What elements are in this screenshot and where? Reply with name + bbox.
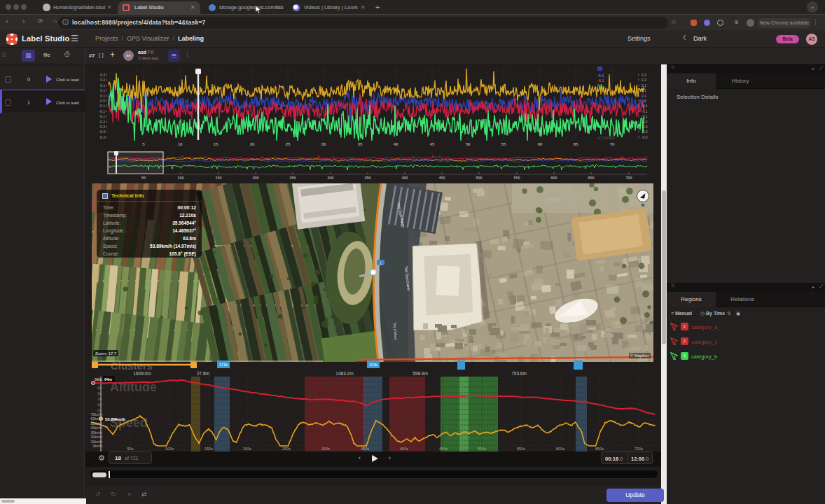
svg-text:-0.3: -0.3 bbox=[642, 125, 648, 129]
svg-text:35: 35 bbox=[358, 142, 363, 146]
svg-text:100: 100 bbox=[177, 176, 183, 180]
svg-text:0.1: 0.1 bbox=[100, 88, 105, 92]
svg-text:1: 1 bbox=[380, 261, 382, 265]
svg-text:0.1: 0.1 bbox=[642, 83, 646, 88]
svg-text:60: 60 bbox=[538, 142, 543, 146]
svg-text:250: 250 bbox=[289, 176, 296, 180]
svg-text:-0.1: -0.1 bbox=[642, 104, 648, 108]
svg-text:20: 20 bbox=[250, 142, 255, 146]
svg-text:50: 50 bbox=[466, 142, 471, 146]
svg-text:0.2: 0.2 bbox=[642, 78, 646, 82]
svg-text:0.1: 0.1 bbox=[642, 88, 646, 92]
svg-text:30: 30 bbox=[321, 142, 326, 146]
svg-text:5: 5 bbox=[142, 142, 145, 146]
svg-text:-0.1: -0.1 bbox=[597, 74, 604, 78]
svg-text:-0.1: -0.1 bbox=[99, 104, 105, 108]
svg-text:50: 50 bbox=[141, 176, 146, 180]
svg-text:45: 45 bbox=[430, 142, 435, 146]
svg-text:-0.1: -0.1 bbox=[99, 114, 105, 118]
svg-text:-0.3: -0.3 bbox=[642, 135, 648, 139]
svg-text:-0.1: -0.1 bbox=[642, 114, 648, 118]
svg-text:-0.3: -0.3 bbox=[642, 130, 648, 134]
svg-text:-0.3: -0.3 bbox=[99, 135, 105, 139]
svg-text:-0.3: -0.3 bbox=[99, 130, 105, 134]
svg-text:450: 450 bbox=[438, 176, 445, 180]
svg-text:0.1: 0.1 bbox=[597, 83, 603, 88]
svg-text:0.1: 0.1 bbox=[642, 94, 646, 98]
svg-text:700: 700 bbox=[625, 176, 632, 180]
svg-text:650: 650 bbox=[588, 176, 594, 180]
svg-text:-0.1: -0.1 bbox=[597, 78, 604, 83]
svg-text:10: 10 bbox=[178, 142, 183, 146]
svg-text:25: 25 bbox=[286, 142, 291, 146]
svg-text:0.1: 0.1 bbox=[100, 94, 105, 98]
svg-text:0.3: 0.3 bbox=[100, 73, 105, 77]
svg-text:0.0: 0.0 bbox=[100, 99, 105, 103]
svg-text:400: 400 bbox=[401, 176, 408, 180]
svg-text:40: 40 bbox=[394, 142, 398, 146]
svg-text:200: 200 bbox=[252, 176, 258, 180]
svg-text:55: 55 bbox=[501, 142, 506, 146]
svg-text:0.3: 0.3 bbox=[642, 73, 646, 77]
svg-text:600: 600 bbox=[550, 176, 557, 180]
svg-text:70: 70 bbox=[610, 142, 615, 146]
svg-text:150: 150 bbox=[215, 176, 221, 180]
svg-text:-0.1: -0.1 bbox=[99, 109, 105, 113]
svg-text:4.7.100000: 4.7.100000 bbox=[597, 136, 615, 140]
svg-text:550: 550 bbox=[513, 176, 520, 180]
svg-text:-0.3: -0.3 bbox=[99, 125, 105, 129]
svg-text:0.0: 0.0 bbox=[642, 99, 646, 103]
svg-text:500: 500 bbox=[476, 176, 482, 180]
svg-text:-0.1: -0.1 bbox=[642, 109, 648, 113]
svg-text:N: N bbox=[642, 203, 644, 207]
svg-text:0.1: 0.1 bbox=[100, 83, 105, 88]
svg-text:0.2: 0.2 bbox=[100, 78, 105, 82]
svg-text:-0.2: -0.2 bbox=[642, 120, 648, 124]
svg-text:350: 350 bbox=[364, 176, 370, 180]
svg-text:15: 15 bbox=[214, 142, 219, 146]
svg-text:300: 300 bbox=[327, 176, 333, 180]
svg-text:65: 65 bbox=[574, 142, 578, 146]
svg-text:-0.2: -0.2 bbox=[99, 120, 105, 124]
